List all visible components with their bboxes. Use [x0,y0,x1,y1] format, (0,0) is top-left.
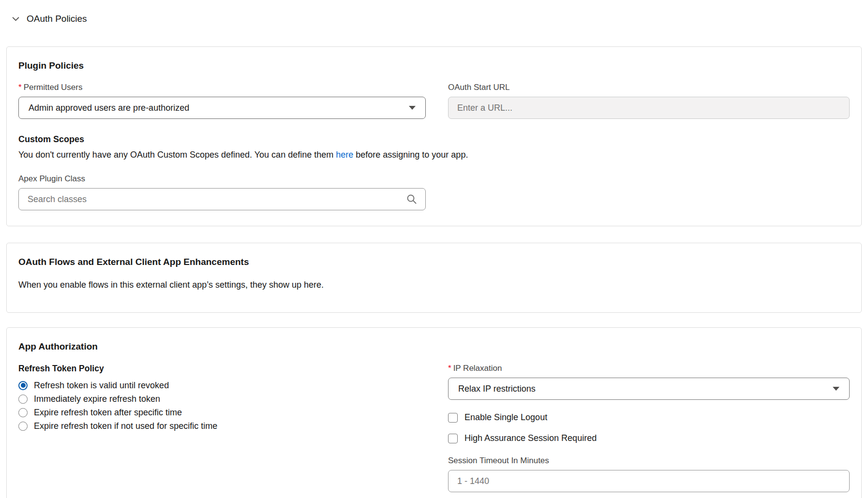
apex-plugin-class-label: Apex Plugin Class [18,174,426,184]
oauth-start-url-input[interactable] [448,97,850,119]
radio-option-valid-until-revoked[interactable]: Refresh token is valid until revoked [18,379,426,392]
radio-option-label: Expire refresh token after specific time [34,408,182,418]
refresh-token-policy-group: Refresh Token Policy Refresh token is va… [18,364,426,492]
radio-button[interactable] [18,395,28,404]
permitted-users-select[interactable]: Admin approved users are pre-authorized [18,97,426,119]
radio-option-label: Expire refresh token if not used for spe… [34,421,217,431]
high-assurance-session-checkbox[interactable] [448,434,458,443]
app-authorization-card: App Authorization Refresh Token Policy R… [6,327,862,498]
custom-scopes-block: Custom Scopes You don't currently have a… [18,134,850,161]
oauth-start-url-label: OAuth Start URL [448,83,850,92]
enable-single-logout-row[interactable]: Enable Single Logout [448,412,850,423]
permitted-users-label: *Permitted Users [18,83,426,92]
session-timeout-label: Session Timeout In Minutes [448,456,850,466]
custom-scopes-title: Custom Scopes [18,134,850,145]
checkbox-label: High Assurance Session Required [464,433,597,443]
required-asterisk: * [448,364,451,373]
enable-single-logout-checkbox[interactable] [448,413,458,423]
radio-option-label: Refresh token is valid until revoked [34,381,169,391]
oauth-flows-description: When you enable flows in this external c… [18,279,850,291]
permitted-users-selected-value: Admin approved users are pre-authorized [29,103,189,113]
oauth-flows-card: OAuth Flows and External Client App Enha… [6,243,862,313]
chevron-down-icon [833,387,839,391]
search-icon [406,193,418,205]
refresh-token-policy-label: Refresh Token Policy [18,364,426,374]
radio-option-immediately-expire[interactable]: Immediately expire refresh token [18,392,426,406]
high-assurance-session-row[interactable]: High Assurance Session Required [448,433,850,443]
radio-button[interactable] [18,422,28,431]
plugin-policies-card: Plugin Policies *Permitted Users Admin a… [6,46,862,226]
ip-relaxation-selected-value: Relax IP restrictions [458,384,536,394]
radio-button[interactable] [18,381,28,390]
radio-button[interactable] [18,408,28,417]
radio-option-expire-if-unused[interactable]: Expire refresh token if not used for spe… [18,419,426,433]
app-authorization-title: App Authorization [18,341,850,352]
custom-scopes-here-link[interactable]: here [336,150,353,160]
chevron-down-icon[interactable] [12,15,20,23]
checkbox-label: Enable Single Logout [464,412,547,423]
session-timeout-input[interactable] [448,470,850,492]
ip-relaxation-label: *IP Relaxation [448,364,850,373]
radio-option-label: Immediately expire refresh token [34,394,160,404]
ip-relaxation-select[interactable]: Relax IP restrictions [448,378,850,400]
required-asterisk: * [18,83,22,92]
oauth-policies-section-header[interactable]: OAuth Policies [0,0,868,24]
plugin-policies-title: Plugin Policies [18,60,850,71]
apex-plugin-class-search-input[interactable] [18,188,426,210]
oauth-flows-title: OAuth Flows and External Client App Enha… [18,257,850,267]
radio-option-expire-after-time[interactable]: Expire refresh token after specific time [18,406,426,419]
apex-plugin-class-block: Apex Plugin Class [18,174,426,210]
custom-scopes-description: You don't currently have any OAuth Custo… [18,149,850,161]
chevron-down-icon [409,106,416,110]
section-title: OAuth Policies [27,14,87,24]
